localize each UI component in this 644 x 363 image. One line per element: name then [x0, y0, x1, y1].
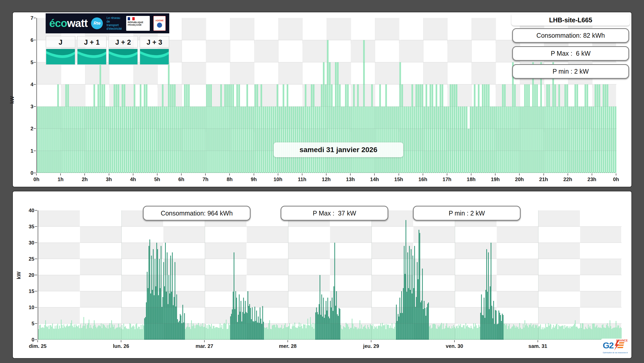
daily-y-tick-mark: [34, 173, 36, 173]
daily-x-tick-label: 0h: [605, 176, 628, 182]
daily-x-tick-mark: [423, 173, 423, 175]
daily-x-tick-mark: [181, 173, 182, 175]
daily-x-tick-label: 22h: [556, 176, 579, 182]
daily-x-tick-mark: [133, 173, 133, 175]
weekly-y-tick-label: 35: [20, 224, 34, 229]
weekly-y-tick-mark: [35, 210, 37, 211]
daily-x-tick-mark: [84, 173, 85, 175]
weekly-x-tick-label: mer. 28: [276, 343, 299, 349]
daily-y-tick-label: 7: [19, 15, 33, 21]
weekly-y-tick-mark: [35, 291, 37, 291]
tab-day-j3[interactable]: J + 3: [140, 36, 169, 65]
daily-x-tick-label: 4h: [122, 176, 145, 182]
weekly-y-tick-mark: [35, 323, 37, 324]
weekly-x-tick-mark: [204, 340, 205, 342]
daily-consumption-panel: kW écowatt Rte Le réseau de transport d'…: [12, 12, 632, 187]
g2e-tagline: Optimisation de vos ressources énergétiq…: [603, 352, 628, 354]
daily-x-tick-mark: [205, 173, 206, 175]
weekly-x-tick-label: dim. 25: [26, 343, 49, 349]
weekly-y-tick-mark: [35, 307, 37, 308]
weekly-consumption-stat: Consommation: 964 kWh: [143, 206, 251, 221]
ademe-globe-icon: [157, 23, 162, 28]
ademe-logo: ADEME: [153, 16, 166, 31]
daily-x-tick-mark: [447, 173, 447, 175]
daily-x-tick-label: 7h: [194, 176, 217, 182]
daily-x-tick-mark: [519, 173, 520, 175]
daily-x-tick-label: 11h: [291, 176, 314, 182]
daily-y-tick-mark: [34, 62, 36, 63]
weekly-x-tick-label: mar. 27: [193, 343, 216, 349]
daily-y-axis-title: kW: [9, 96, 15, 104]
rte-tagline: Le réseau de transport d'électricité: [106, 16, 123, 31]
weekly-y-tick-label: 5: [20, 321, 34, 326]
daily-x-tick-label: 12h: [315, 176, 338, 182]
republique-francaise-label: RÉPUBLIQUE FRANÇAISE: [128, 21, 148, 26]
weekly-y-tick-mark: [35, 339, 37, 340]
tab-day-j2[interactable]: J + 2: [108, 36, 138, 65]
rte-logo-icon: Rte: [91, 17, 103, 29]
day-forecast-tabs: J J + 1 J + 2: [46, 36, 169, 65]
ecowatt-signal-tile-j2: [108, 48, 138, 65]
daily-y-tick-mark: [34, 128, 36, 129]
g2e-logo-text: G2: [603, 340, 613, 350]
daily-x-tick-label: 14h: [363, 176, 386, 182]
ecowatt-logo: écowatt: [49, 17, 87, 30]
tab-day-j1[interactable]: J + 1: [77, 36, 107, 65]
date-label: samedi 31 janvier 2026: [274, 142, 403, 157]
weekly-y-tick-label: 10: [20, 305, 34, 310]
daily-x-tick-label: 18h: [460, 176, 483, 182]
weekly-y-tick-mark: [35, 242, 37, 243]
daily-x-tick-mark: [495, 173, 496, 175]
g2e-logo: G2 FRANCE Optimisation de vos ressources…: [601, 339, 629, 357]
daily-x-tick-label: 8h: [218, 176, 241, 182]
weekly-x-tick-mark: [37, 340, 38, 342]
daily-x-tick-label: 17h: [435, 176, 459, 182]
daily-y-tick-label: 4: [19, 82, 33, 87]
french-flag-icon: [128, 17, 135, 20]
daily-x-tick-label: 0h: [25, 176, 48, 182]
daily-y-tick-label: 6: [19, 37, 33, 43]
g2e-france-label: FRANCE: [616, 339, 628, 342]
daily-y-tick-mark: [34, 151, 36, 151]
daily-x-tick-label: 1h: [49, 176, 72, 182]
daily-x-tick-mark: [302, 173, 302, 175]
daily-x-tick-mark: [254, 173, 254, 175]
weekly-x-tick-label: ven. 30: [443, 343, 466, 349]
tab-day-j-label: J: [46, 36, 75, 48]
weekly-y-tick-label: 0: [20, 337, 34, 342]
weekly-pmax-stat: P Max : 37 kW: [281, 206, 388, 221]
weekly-x-tick-mark: [288, 340, 288, 342]
ecowatt-logo-eco: éco: [49, 17, 67, 29]
daily-pmax-stat: P Max : 6 kW: [512, 46, 629, 61]
daily-x-tick-mark: [543, 173, 544, 175]
ecowatt-signal-tile-j1: [77, 48, 107, 65]
daily-x-tick-label: 13h: [339, 176, 362, 182]
daily-x-tick-mark: [229, 173, 230, 175]
daily-x-tick-label: 20h: [508, 176, 531, 182]
weekly-chart-plot: [38, 210, 621, 340]
weekly-y-tick-label: 30: [20, 240, 34, 246]
weekly-x-tick-mark: [454, 340, 455, 342]
daily-x-tick-mark: [374, 173, 375, 175]
daily-x-tick-mark: [60, 173, 61, 175]
daily-x-tick-label: 9h: [242, 176, 265, 182]
weekly-y-tick-label: 40: [20, 208, 34, 213]
daily-x-tick-label: 6h: [170, 176, 193, 182]
daily-y-tick-mark: [34, 40, 36, 40]
daily-x-tick-mark: [278, 173, 278, 175]
daily-y-tick-mark: [34, 84, 36, 85]
tab-day-j[interactable]: J: [46, 36, 75, 65]
daily-x-tick-label: 19h: [484, 176, 507, 182]
daily-y-tick-label: 1: [19, 148, 33, 154]
daily-y-tick-label: 0: [19, 170, 33, 176]
ecowatt-signal-tile-j3: [140, 48, 169, 65]
weekly-y-tick-mark: [35, 226, 37, 227]
tab-day-j3-label: J + 3: [140, 36, 169, 48]
weekly-x-tick-label: sam. 31: [526, 343, 549, 349]
weekly-x-tick-mark: [371, 340, 371, 342]
daily-x-tick-label: 23h: [580, 176, 603, 182]
daily-x-tick-label: 3h: [97, 176, 121, 182]
daily-y-tick-label: 3: [19, 104, 33, 109]
daily-y-tick-label: 2: [19, 126, 33, 131]
daily-pmin-stat: P min : 2 kW: [512, 64, 629, 79]
